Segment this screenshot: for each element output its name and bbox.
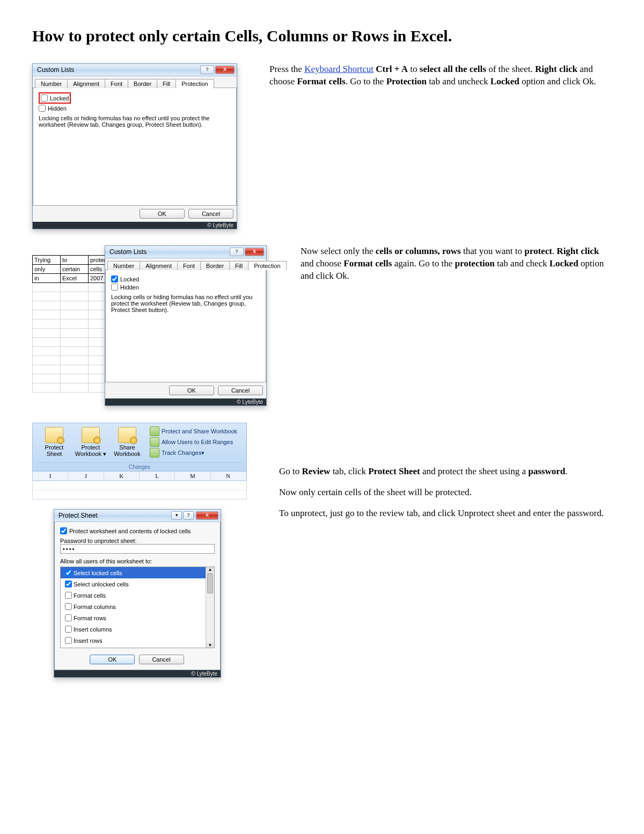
password-input[interactable] (60, 544, 215, 554)
list-item[interactable]: Format columns (61, 601, 214, 612)
share-workbook-button[interactable]: Share Workbook (109, 425, 145, 460)
locked-highlight: Locked (39, 92, 71, 104)
step1-text: Press the Keyboard Shortcut Ctrl + A to … (269, 63, 612, 97)
list-item[interactable]: Insert columns (61, 623, 214, 635)
scrollbar[interactable]: ▲ ▼ (206, 567, 214, 648)
qat-save-icon[interactable]: ▾ (171, 511, 182, 520)
watermark: © LyteByte (105, 398, 266, 405)
close-button[interactable]: X (245, 248, 264, 256)
protect-sheet-icon (45, 427, 63, 443)
protect-share-icon (150, 426, 159, 436)
locked-checkbox[interactable] (41, 95, 48, 101)
chevron-down-icon: ▾ (201, 449, 204, 456)
protect-contents-label: Protect worksheet and contents of locked… (69, 528, 191, 534)
step2-text: Now select only the cells or columns, ro… (301, 245, 612, 291)
tab-protection[interactable]: Protection (175, 79, 214, 88)
watermark: © LyteByte (33, 222, 237, 229)
protect-sheet-button[interactable]: Protect Sheet (36, 425, 72, 460)
perm-checkbox[interactable] (65, 603, 72, 610)
hidden-checkbox[interactable] (111, 284, 118, 291)
tab-alignment[interactable]: Alignment (67, 79, 105, 88)
hidden-label: Hidden (48, 105, 67, 112)
perm-checkbox[interactable] (65, 569, 72, 576)
protection-note: Locking cells or hiding formulas has no … (39, 115, 231, 128)
dialog-tabs: Number Alignment Font Border Fill Protec… (105, 258, 266, 270)
ok-button[interactable]: OK (90, 655, 135, 664)
chevron-down-icon: ▾ (103, 451, 106, 457)
dialog-tabs: Number Alignment Font Border Fill Protec… (33, 76, 237, 88)
scroll-down-icon[interactable]: ▼ (206, 643, 214, 648)
dialog-title: Custom Lists (37, 66, 74, 74)
hidden-label: Hidden (120, 284, 139, 291)
dialog-titlebar: Protect Sheet ▾ ? X (54, 510, 221, 522)
close-button[interactable]: X (215, 66, 235, 74)
tab-font[interactable]: Font (105, 79, 128, 88)
column-headers: IJ KL MN (32, 472, 247, 481)
watermark: © LyteByte (54, 670, 221, 677)
tab-border[interactable]: Border (128, 79, 157, 88)
tab-number[interactable]: Number (35, 79, 68, 88)
page-title: How to protect only certain Cells, Colum… (32, 27, 612, 45)
help-button[interactable]: ? (183, 511, 194, 520)
help-button[interactable]: ? (230, 248, 244, 256)
tab-font[interactable]: Font (177, 261, 201, 270)
locked-checkbox[interactable] (111, 275, 118, 282)
ok-button[interactable]: OK (140, 209, 185, 219)
list-item[interactable]: Insert hyperlinks (61, 646, 214, 648)
protect-workbook-icon (82, 427, 100, 443)
ribbon-group-label: Changes (36, 462, 243, 471)
protect-workbook-button[interactable]: Protect Workbook ▾ (72, 425, 109, 460)
dialog-title: Custom Lists (109, 248, 147, 256)
format-cells-over-sheet: Tryingtoprotect onlycertaincells inExcel… (32, 245, 268, 407)
dialog-title: Protect Sheet (58, 512, 98, 519)
list-item[interactable]: Format cells (61, 590, 214, 601)
tab-alignment[interactable]: Alignment (140, 261, 178, 270)
protect-and-share-button[interactable]: Protect and Share Workbook (150, 426, 237, 436)
format-cells-dialog-unchecked: Custom Lists ? X Number Alignment Font B… (32, 63, 237, 229)
dialog-titlebar: Custom Lists ? X (33, 64, 237, 76)
perm-checkbox[interactable] (65, 626, 72, 633)
help-button[interactable]: ? (200, 66, 214, 74)
track-changes-icon (150, 448, 159, 458)
tab-fill[interactable]: Fill (157, 79, 176, 88)
perm-checkbox[interactable] (65, 614, 72, 621)
sample-grid: Tryingtoprotect onlycertaincells inExcel… (32, 255, 116, 393)
share-workbook-icon (118, 427, 136, 443)
protect-sheet-dialog: Protect Sheet ▾ ? X Protect worksheet an… (54, 509, 221, 678)
tab-border[interactable]: Border (200, 261, 230, 270)
tab-number[interactable]: Number (107, 261, 140, 270)
allow-label: Allow all users of this worksheet to: (60, 558, 215, 564)
tab-protection[interactable]: Protection (248, 261, 287, 270)
dialog-titlebar: Custom Lists ? X (105, 246, 266, 258)
hidden-checkbox[interactable] (39, 105, 46, 112)
table-row: Tryingtoprotect (33, 256, 116, 265)
step3-text: Go to Review tab, click Protect Sheet an… (279, 466, 612, 528)
scroll-thumb[interactable] (207, 573, 213, 593)
perm-checkbox[interactable] (65, 637, 72, 644)
edit-ranges-icon (150, 437, 159, 447)
permissions-listbox[interactable]: Select locked cells Select unlocked cell… (60, 567, 215, 648)
locked-label: Locked (50, 95, 69, 101)
perm-checkbox[interactable] (65, 592, 72, 599)
list-item[interactable]: Select locked cells (61, 567, 214, 578)
cancel-button[interactable]: Cancel (188, 209, 233, 219)
review-ribbon-figure: Protect Sheet Protect Workbook ▾ Share W… (32, 423, 247, 678)
cancel-button[interactable]: Cancel (218, 386, 263, 395)
table-row: inExcel2007 (33, 274, 116, 283)
list-item[interactable]: Format rows (61, 612, 214, 623)
scroll-up-icon[interactable]: ▲ (206, 567, 214, 572)
table-row: onlycertaincells (33, 265, 116, 274)
keyboard-shortcut-link[interactable]: Keyboard Shortcut (304, 64, 374, 74)
track-changes-button[interactable]: Track Changes ▾ (150, 448, 237, 458)
perm-checkbox[interactable] (65, 581, 72, 588)
tab-fill[interactable]: Fill (229, 261, 248, 270)
ok-button[interactable]: OK (169, 386, 214, 395)
protection-note: Locking cells or hiding formulas has no … (111, 294, 260, 313)
list-item[interactable]: Insert rows (61, 635, 214, 646)
ribbon-changes-group: Protect Sheet Protect Workbook ▾ Share W… (32, 423, 247, 472)
protect-contents-checkbox[interactable] (60, 527, 67, 534)
allow-users-edit-button[interactable]: Allow Users to Edit Ranges (150, 437, 237, 447)
cancel-button[interactable]: Cancel (139, 655, 184, 664)
list-item[interactable]: Select unlocked cells (61, 578, 214, 590)
close-button[interactable]: X (196, 511, 218, 520)
